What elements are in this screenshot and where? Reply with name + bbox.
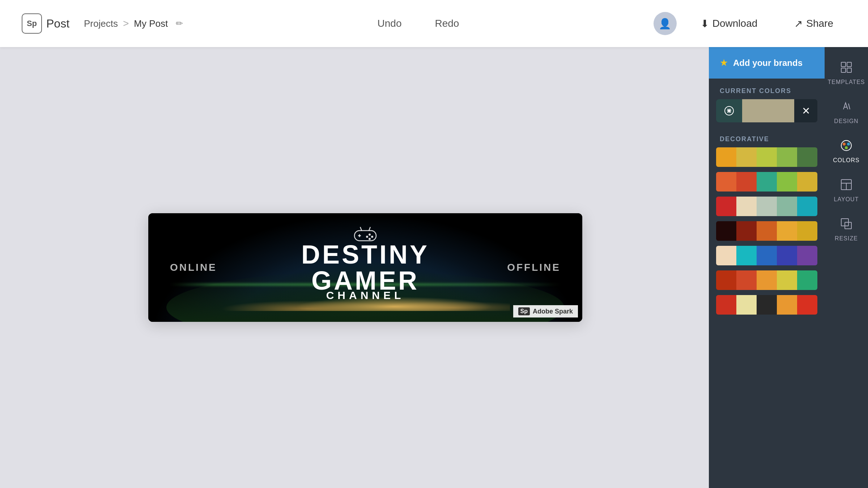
avatar-button[interactable]: 👤 (654, 12, 677, 35)
right-panel: ★ Add your brands CURRENT COLORS ✕ DECOR… (709, 47, 825, 488)
swatch[interactable] (797, 221, 817, 241)
swatch[interactable] (736, 197, 757, 216)
swatch[interactable] (797, 197, 817, 216)
canvas-area: ONLINE DESTINY GAMER CHANNEL OFFLINE Sp … (0, 47, 731, 488)
svg-rect-15 (847, 62, 851, 67)
breadcrumb-separator: > (123, 18, 129, 29)
swatch[interactable] (757, 295, 777, 315)
svg-rect-14 (841, 62, 846, 67)
topbar-right: 👤 ⬇ Download ↗ Share (654, 12, 846, 35)
palette-row-4[interactable] (716, 221, 817, 241)
swatch[interactable] (757, 246, 777, 265)
swatch[interactable] (777, 246, 797, 265)
panel-header-title: Add your brands (733, 58, 803, 68)
tool-templates[interactable]: TEMPLATES (825, 54, 868, 92)
swatch[interactable] (736, 246, 757, 265)
swatch[interactable] (757, 221, 777, 241)
layout-icon (840, 178, 853, 194)
palette-row-5[interactable] (716, 246, 817, 265)
palette-row-6[interactable] (716, 270, 817, 290)
edit-icon[interactable]: ✏ (176, 18, 183, 29)
download-button[interactable]: ⬇ Download (688, 12, 771, 35)
tool-resize-label: RESIZE (835, 235, 858, 242)
palette-row-7[interactable] (716, 295, 817, 315)
swatch[interactable] (716, 147, 736, 167)
swatch[interactable] (716, 172, 736, 192)
swatch[interactable] (797, 246, 817, 265)
swatch[interactable] (777, 221, 797, 241)
star-icon: ★ (720, 57, 728, 68)
canvas-container[interactable]: ONLINE DESTINY GAMER CHANNEL OFFLINE Sp … (148, 213, 582, 322)
tool-layout[interactable]: LAYOUT (825, 172, 868, 209)
current-colors-label: CURRENT COLORS (709, 79, 825, 99)
svg-line-7 (360, 227, 362, 231)
breadcrumb-parent[interactable]: Projects (84, 18, 118, 29)
templates-icon (840, 61, 853, 77)
palette-row-2[interactable] (716, 172, 817, 192)
sidebar-tools: TEMPLATES DESIGN COLORS (825, 47, 868, 488)
swatch[interactable] (736, 221, 757, 241)
swatch[interactable] (777, 197, 797, 216)
svg-rect-16 (841, 68, 846, 72)
app-name: Post (46, 17, 69, 30)
tool-colors[interactable]: COLORS (825, 132, 868, 170)
swatch[interactable] (757, 197, 777, 216)
breadcrumb-current: My Post (134, 18, 168, 29)
logo-area: Sp Post (22, 13, 69, 34)
tool-colors-label: COLORS (833, 157, 860, 164)
share-icon: ↗ (794, 18, 803, 30)
swatch[interactable] (716, 221, 736, 241)
tool-design-label: DESIGN (834, 118, 858, 125)
breadcrumb: Projects > My Post ✏ (84, 18, 183, 29)
svg-rect-17 (847, 68, 851, 72)
swatch[interactable] (736, 295, 757, 315)
undo-button[interactable]: Undo (372, 15, 408, 32)
share-button[interactable]: ↗ Share (781, 12, 846, 35)
swatch[interactable] (736, 270, 757, 290)
svg-point-19 (843, 143, 846, 146)
color-swatch-current[interactable] (742, 99, 794, 122)
logo-icon: Sp (22, 13, 42, 34)
swatch[interactable] (777, 172, 797, 192)
download-icon: ⬇ (701, 18, 709, 30)
color-picker-icon[interactable] (716, 99, 742, 122)
svg-point-21 (845, 146, 848, 149)
current-colors-row[interactable]: ✕ (716, 99, 817, 122)
design-icon (840, 100, 853, 116)
swatch[interactable] (777, 295, 797, 315)
swatch[interactable] (736, 172, 757, 192)
topbar-center: Undo Redo (183, 15, 654, 32)
swatch[interactable] (757, 147, 777, 167)
swatch[interactable] (777, 270, 797, 290)
swatch[interactable] (777, 147, 797, 167)
swatch[interactable] (716, 295, 736, 315)
swatch[interactable] (797, 295, 817, 315)
canvas-title: DESTINY GAMER (257, 241, 474, 294)
adobe-sp-icon: Sp (518, 307, 530, 315)
tool-design[interactable]: DESIGN (825, 93, 868, 131)
redo-button[interactable]: Redo (429, 15, 465, 32)
svg-point-5 (366, 236, 368, 238)
color-clear-button[interactable]: ✕ (794, 99, 817, 122)
topbar: Sp Post Projects > My Post ✏ Undo Redo 👤… (0, 0, 868, 47)
adobe-badge: Sp Adobe Spark (513, 305, 578, 317)
swatch[interactable] (797, 172, 817, 192)
svg-rect-0 (354, 231, 376, 241)
swatch[interactable] (716, 197, 736, 216)
swatch[interactable] (757, 270, 777, 290)
swatch[interactable] (797, 270, 817, 290)
canvas-online-label: ONLINE (170, 262, 217, 273)
swatch[interactable] (716, 246, 736, 265)
swatch[interactable] (716, 270, 736, 290)
tool-resize[interactable]: RESIZE (825, 211, 868, 248)
swatch[interactable] (797, 147, 817, 167)
palette-row-1[interactable] (716, 147, 817, 167)
swatch[interactable] (757, 172, 777, 192)
decorative-label: DECORATIVE (709, 130, 825, 147)
palette-row-3[interactable] (716, 197, 817, 216)
tool-templates-label: TEMPLATES (828, 79, 865, 85)
swatch[interactable] (736, 147, 757, 167)
avatar-icon: 👤 (659, 18, 671, 30)
canvas-subtitle: CHANNEL (326, 289, 405, 302)
svg-point-3 (369, 234, 371, 236)
